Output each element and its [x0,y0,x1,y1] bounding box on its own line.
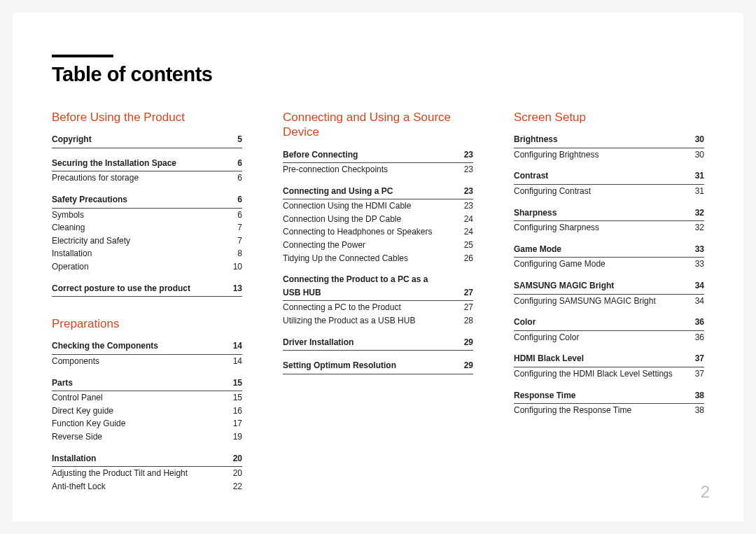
toc-column-2: Connecting and Using a Source Device Bef… [283,110,473,501]
toc-entry-header[interactable]: Connecting and Using a PC23 [283,185,473,200]
toc-entry-header[interactable]: Sharpness32 [514,206,704,222]
toc-entry-header[interactable]: Brightness30 [514,133,704,148]
toc-entry[interactable]: Anti-theft Lock22 [52,480,242,493]
toc-group: SAMSUNG MAGIC Bright34 Configuring SAMSU… [514,279,704,307]
toc-group: Parts15 Control Panel15 Direct Key guide… [52,377,242,444]
toc-entry[interactable]: Configuring SAMSUNG MAGIC Bright34 [514,295,704,308]
toc-entry[interactable]: Electricity and Safety7 [52,234,242,248]
toc-entry-title: Connecting the Product to a PC as a [283,273,428,286]
toc-entry-page: 5 [237,133,242,146]
toc-entry-header[interactable]: HDMI Black Level37 [514,352,704,367]
toc-group: Game Mode33 Configuring Game Mode33 [514,243,704,271]
toc-entry-header[interactable]: Parts15 [52,377,242,392]
toc-entry-page: 22 [233,480,242,493]
toc-entry-page: 33 [695,258,704,271]
toc-entry-header[interactable]: Setting Optimum Resolution29 [283,359,473,374]
toc-entry-page: 38 [695,389,704,402]
toc-entry[interactable]: Connecting the Power25 [283,239,473,252]
toc-entry[interactable]: Cleaning7 [52,221,242,234]
toc-entry-title: Correct posture to use the product [52,282,190,295]
toc-group: Setting Optimum Resolution29 [283,359,473,374]
page-number: 2 [701,482,710,502]
toc-entry-title: Connection Using the HDMI Cable [283,199,411,213]
toc-entry[interactable]: Installation8 [52,247,242,260]
toc-entry-header[interactable]: Before Connecting23 [283,148,473,164]
toc-entry-title: Symbols [52,209,84,222]
toc-entry-title: Tidying Up the Connected Cables [283,252,408,265]
toc-entry-page: 36 [695,331,704,344]
toc-entry[interactable]: Precautions for storage6 [52,171,242,185]
toc-entry-title: Pre-connection Checkpoints [283,163,388,176]
toc-entry-page: 15 [233,391,242,405]
toc-entry-header[interactable]: Copyright5 [52,133,242,148]
toc-entry-page: 7 [237,234,242,248]
toc-entry-header[interactable]: Driver Installation29 [283,336,473,351]
toc-entry[interactable]: Adjusting the Product Tilt and Height20 [52,467,242,480]
toc-group: Copyright5 [52,133,242,148]
toc-entry-title: Connecting to Headphones or Speakers [283,225,432,239]
toc-group: Contrast31 Configuring Contrast31 [514,169,704,197]
accent-bar [52,55,113,57]
toc-entry[interactable]: Pre-connection Checkpoints23 [283,163,473,176]
toc-group: Color36 Configuring Color36 [514,316,704,344]
toc-entry-header[interactable]: Response Time38 [514,389,704,405]
toc-entry[interactable]: Configuring the HDMI Black Level Setting… [514,367,704,381]
toc-entry[interactable]: Control Panel15 [52,391,242,405]
toc-group: Response Time38 Configuring the Response… [514,389,704,417]
toc-entry[interactable]: Operation10 [52,260,242,274]
toc-entry-title: Sharpness [514,206,556,220]
toc-entry-header[interactable]: USB HUB27 [283,286,473,302]
toc-entry[interactable]: Configuring Sharpness32 [514,221,704,234]
toc-entry-page: 31 [695,185,704,198]
toc-entry-header[interactable]: Connecting the Product to a PC as a [283,273,473,286]
toc-entry[interactable]: Configuring Brightness30 [514,148,704,162]
toc-entry[interactable]: Function Key Guide17 [52,417,242,430]
toc-entry-title: Contrast [514,169,548,183]
toc-entry-title: Before Connecting [283,148,358,162]
toc-column-1: Before Using the Product Copyright5 Secu… [52,110,242,501]
toc-entry-header[interactable]: SAMSUNG MAGIC Bright34 [514,279,704,295]
toc-group: Brightness30 Configuring Brightness30 [514,133,704,161]
toc-entry[interactable]: Direct Key guide16 [52,405,242,418]
toc-entry-header[interactable]: Installation20 [52,452,242,468]
toc-entry[interactable]: Utilizing the Product as a USB HUB28 [283,314,473,328]
toc-entry-title: Direct Key guide [52,405,113,418]
toc-entry-title: Safety Precautions [52,193,127,206]
toc-entry-header[interactable]: Safety Precautions6 [52,193,242,209]
toc-entry-page: 17 [233,417,242,430]
toc-entry[interactable]: Connection Using the HDMI Cable23 [283,199,473,213]
toc-entry-page: 23 [464,163,473,176]
toc-entry[interactable]: Configuring Game Mode33 [514,258,704,271]
toc-entry-header[interactable]: Correct posture to use the product13 [52,282,242,297]
toc-entry-title: Parts [52,377,73,390]
toc-entry[interactable]: Configuring Color36 [514,331,704,344]
toc-entry-page: 8 [237,247,242,260]
toc-entry-page: 15 [233,377,242,390]
toc-entry[interactable]: Connection Using the DP Cable24 [283,213,473,226]
toc-column-3: Screen Setup Brightness30 Configuring Br… [514,110,704,501]
toc-entry[interactable]: Connecting to Headphones or Speakers24 [283,225,473,239]
toc-entry-title: Configuring the HDMI Black Level Setting… [514,367,673,381]
toc-entry-title: Anti-theft Lock [52,480,106,493]
toc-entry[interactable]: Configuring Contrast31 [514,185,704,198]
toc-entry[interactable]: Tidying Up the Connected Cables26 [283,252,473,265]
toc-entry[interactable]: Reverse Side19 [52,430,242,444]
toc-entry-page: 6 [237,209,242,222]
toc-entry[interactable]: Connecting a PC to the Product27 [283,301,473,314]
toc-entry[interactable]: Components14 [52,355,242,368]
toc-entry-header[interactable]: Checking the Components14 [52,339,242,355]
toc-entry-header[interactable]: Contrast31 [514,169,704,185]
toc-entry-title: Control Panel [52,391,103,405]
toc-entry-page: 26 [464,252,473,265]
toc-entry-page: 14 [233,355,242,368]
toc-entry-header[interactable]: Color36 [514,316,704,331]
toc-entry-page: 33 [695,243,704,256]
toc-entry-header[interactable]: Game Mode33 [514,243,704,258]
toc-entry[interactable]: Configuring the Response Time38 [514,404,704,417]
toc-entry[interactable]: Symbols6 [52,209,242,222]
toc-columns: Before Using the Product Copyright5 Secu… [52,110,704,501]
toc-entry-page: 25 [464,239,473,252]
toc-entry-page: 30 [695,148,704,162]
toc-entry-header[interactable]: Securing the Installation Space6 [52,157,242,172]
toc-entry-title: USB HUB [283,286,321,300]
